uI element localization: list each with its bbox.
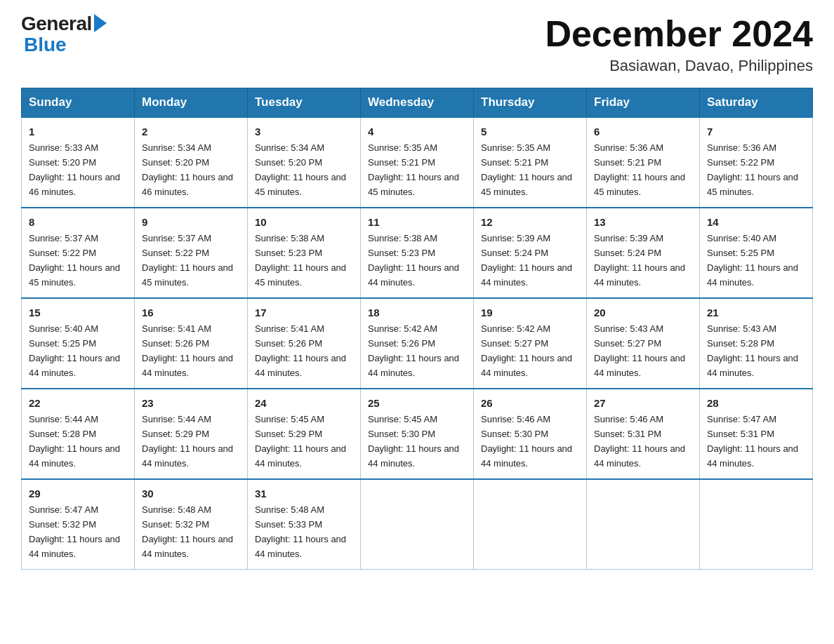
day-number: 17 bbox=[255, 304, 355, 321]
calendar-cell: 1 Sunrise: 5:33 AMSunset: 5:20 PMDayligh… bbox=[22, 117, 135, 208]
day-number: 27 bbox=[594, 395, 694, 411]
day-info: Sunrise: 5:39 AMSunset: 5:24 PMDaylight:… bbox=[481, 233, 572, 288]
calendar-header: Sunday Monday Tuesday Wednesday Thursday… bbox=[22, 88, 813, 118]
day-info: Sunrise: 5:38 AMSunset: 5:23 PMDaylight:… bbox=[368, 233, 459, 288]
calendar-cell: 6 Sunrise: 5:36 AMSunset: 5:21 PMDayligh… bbox=[587, 117, 700, 208]
day-info: Sunrise: 5:42 AMSunset: 5:26 PMDaylight:… bbox=[368, 323, 459, 378]
title-block: December 2024 Basiawan, Davao, Philippin… bbox=[545, 14, 813, 75]
day-info: Sunrise: 5:40 AMSunset: 5:25 PMDaylight:… bbox=[29, 323, 120, 378]
day-info: Sunrise: 5:34 AMSunset: 5:20 PMDaylight:… bbox=[255, 142, 346, 197]
page-header: General Blue December 2024 Basiawan, Dav… bbox=[21, 14, 813, 75]
calendar-cell: 13 Sunrise: 5:39 AMSunset: 5:24 PMDaylig… bbox=[587, 208, 700, 298]
calendar-cell: 31 Sunrise: 5:48 AMSunset: 5:33 PMDaylig… bbox=[248, 479, 361, 569]
calendar-cell: 20 Sunrise: 5:43 AMSunset: 5:27 PMDaylig… bbox=[587, 298, 700, 389]
day-number: 29 bbox=[29, 485, 128, 502]
calendar-cell: 3 Sunrise: 5:34 AMSunset: 5:20 PMDayligh… bbox=[248, 117, 361, 208]
calendar-cell: 19 Sunrise: 5:42 AMSunset: 5:27 PMDaylig… bbox=[474, 298, 587, 389]
calendar-cell: 14 Sunrise: 5:40 AMSunset: 5:25 PMDaylig… bbox=[700, 208, 813, 298]
calendar-cell: 27 Sunrise: 5:46 AMSunset: 5:31 PMDaylig… bbox=[587, 389, 700, 479]
day-info: Sunrise: 5:33 AMSunset: 5:20 PMDaylight:… bbox=[29, 142, 120, 197]
day-number: 23 bbox=[142, 395, 241, 411]
calendar-table: Sunday Monday Tuesday Wednesday Thursday… bbox=[21, 88, 813, 570]
calendar-cell: 29 Sunrise: 5:47 AMSunset: 5:32 PMDaylig… bbox=[22, 479, 135, 569]
day-number: 26 bbox=[481, 395, 581, 411]
day-number: 10 bbox=[255, 214, 355, 230]
calendar-cell: 11 Sunrise: 5:38 AMSunset: 5:23 PMDaylig… bbox=[361, 208, 474, 298]
calendar-cell: 28 Sunrise: 5:47 AMSunset: 5:31 PMDaylig… bbox=[700, 389, 813, 479]
calendar-week-row-5: 29 Sunrise: 5:47 AMSunset: 5:32 PMDaylig… bbox=[22, 479, 813, 569]
calendar-cell: 22 Sunrise: 5:44 AMSunset: 5:28 PMDaylig… bbox=[22, 389, 135, 479]
day-info: Sunrise: 5:37 AMSunset: 5:22 PMDaylight:… bbox=[142, 233, 233, 288]
header-tuesday: Tuesday bbox=[248, 88, 361, 118]
day-number: 25 bbox=[368, 395, 468, 411]
calendar-cell: 8 Sunrise: 5:37 AMSunset: 5:22 PMDayligh… bbox=[22, 208, 135, 298]
day-info: Sunrise: 5:44 AMSunset: 5:28 PMDaylight:… bbox=[29, 414, 120, 469]
day-number: 30 bbox=[142, 485, 241, 502]
calendar-body: 1 Sunrise: 5:33 AMSunset: 5:20 PMDayligh… bbox=[22, 117, 813, 569]
day-info: Sunrise: 5:35 AMSunset: 5:21 PMDaylight:… bbox=[368, 142, 459, 197]
calendar-cell: 17 Sunrise: 5:41 AMSunset: 5:26 PMDaylig… bbox=[248, 298, 361, 389]
day-number: 2 bbox=[142, 123, 241, 140]
day-info: Sunrise: 5:38 AMSunset: 5:23 PMDaylight:… bbox=[255, 233, 346, 288]
day-number: 13 bbox=[594, 214, 694, 230]
calendar-cell bbox=[474, 479, 587, 569]
header-saturday: Saturday bbox=[700, 88, 813, 118]
day-info: Sunrise: 5:34 AMSunset: 5:20 PMDaylight:… bbox=[142, 142, 233, 197]
calendar-cell: 30 Sunrise: 5:48 AMSunset: 5:32 PMDaylig… bbox=[135, 479, 248, 569]
header-wednesday: Wednesday bbox=[361, 88, 474, 118]
calendar-cell: 4 Sunrise: 5:35 AMSunset: 5:21 PMDayligh… bbox=[361, 117, 474, 208]
day-number: 8 bbox=[29, 214, 128, 230]
day-number: 3 bbox=[255, 123, 355, 140]
day-info: Sunrise: 5:35 AMSunset: 5:21 PMDaylight:… bbox=[481, 142, 572, 197]
day-header-row: Sunday Monday Tuesday Wednesday Thursday… bbox=[22, 88, 813, 118]
calendar-cell: 25 Sunrise: 5:45 AMSunset: 5:30 PMDaylig… bbox=[361, 389, 474, 479]
day-number: 15 bbox=[29, 304, 128, 321]
day-info: Sunrise: 5:43 AMSunset: 5:27 PMDaylight:… bbox=[594, 323, 685, 378]
day-number: 16 bbox=[142, 304, 241, 321]
day-number: 19 bbox=[481, 304, 581, 321]
day-info: Sunrise: 5:46 AMSunset: 5:30 PMDaylight:… bbox=[481, 414, 572, 469]
calendar-cell: 10 Sunrise: 5:38 AMSunset: 5:23 PMDaylig… bbox=[248, 208, 361, 298]
logo-general-text: General bbox=[21, 14, 92, 34]
day-number: 20 bbox=[594, 304, 694, 321]
calendar-cell: 24 Sunrise: 5:45 AMSunset: 5:29 PMDaylig… bbox=[248, 389, 361, 479]
day-info: Sunrise: 5:40 AMSunset: 5:25 PMDaylight:… bbox=[707, 233, 798, 288]
day-info: Sunrise: 5:41 AMSunset: 5:26 PMDaylight:… bbox=[255, 323, 346, 378]
day-info: Sunrise: 5:41 AMSunset: 5:26 PMDaylight:… bbox=[142, 323, 233, 378]
day-number: 14 bbox=[707, 214, 807, 230]
day-number: 4 bbox=[368, 123, 468, 140]
calendar-week-row-2: 8 Sunrise: 5:37 AMSunset: 5:22 PMDayligh… bbox=[22, 208, 813, 298]
day-info: Sunrise: 5:45 AMSunset: 5:29 PMDaylight:… bbox=[255, 414, 346, 469]
calendar-cell bbox=[361, 479, 474, 569]
day-number: 12 bbox=[481, 214, 581, 230]
day-number: 24 bbox=[255, 395, 355, 411]
day-info: Sunrise: 5:48 AMSunset: 5:32 PMDaylight:… bbox=[142, 504, 233, 559]
day-number: 21 bbox=[707, 304, 807, 321]
calendar-week-row-1: 1 Sunrise: 5:33 AMSunset: 5:20 PMDayligh… bbox=[22, 117, 813, 208]
day-info: Sunrise: 5:47 AMSunset: 5:32 PMDaylight:… bbox=[29, 504, 120, 559]
day-number: 18 bbox=[368, 304, 468, 321]
calendar-cell: 9 Sunrise: 5:37 AMSunset: 5:22 PMDayligh… bbox=[135, 208, 248, 298]
logo-blue-text: Blue bbox=[24, 34, 67, 56]
day-number: 11 bbox=[368, 214, 468, 230]
calendar-cell: 12 Sunrise: 5:39 AMSunset: 5:24 PMDaylig… bbox=[474, 208, 587, 298]
header-monday: Monday bbox=[135, 88, 248, 118]
calendar-week-row-4: 22 Sunrise: 5:44 AMSunset: 5:28 PMDaylig… bbox=[22, 389, 813, 479]
day-info: Sunrise: 5:42 AMSunset: 5:27 PMDaylight:… bbox=[481, 323, 572, 378]
calendar-cell: 5 Sunrise: 5:35 AMSunset: 5:21 PMDayligh… bbox=[474, 117, 587, 208]
calendar-cell: 7 Sunrise: 5:36 AMSunset: 5:22 PMDayligh… bbox=[700, 117, 813, 208]
month-title: December 2024 bbox=[545, 14, 813, 54]
day-info: Sunrise: 5:36 AMSunset: 5:21 PMDaylight:… bbox=[594, 142, 685, 197]
calendar-cell bbox=[587, 479, 700, 569]
calendar-cell: 23 Sunrise: 5:44 AMSunset: 5:29 PMDaylig… bbox=[135, 389, 248, 479]
day-number: 7 bbox=[707, 123, 807, 140]
day-number: 5 bbox=[481, 123, 581, 140]
day-number: 1 bbox=[29, 123, 128, 140]
day-info: Sunrise: 5:43 AMSunset: 5:28 PMDaylight:… bbox=[707, 323, 798, 378]
day-info: Sunrise: 5:39 AMSunset: 5:24 PMDaylight:… bbox=[594, 233, 685, 288]
day-info: Sunrise: 5:36 AMSunset: 5:22 PMDaylight:… bbox=[707, 142, 798, 197]
calendar-cell: 21 Sunrise: 5:43 AMSunset: 5:28 PMDaylig… bbox=[700, 298, 813, 389]
day-number: 22 bbox=[29, 395, 128, 411]
day-number: 9 bbox=[142, 214, 241, 230]
day-number: 6 bbox=[594, 123, 694, 140]
